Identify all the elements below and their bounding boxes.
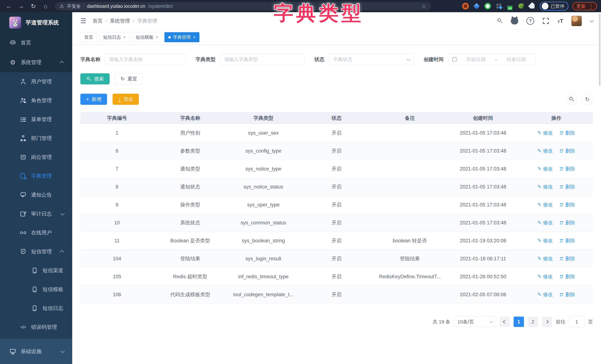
dict-name-input[interactable] (105, 54, 186, 65)
app-logo-row[interactable]: 🐰 芋道管理系统 (0, 12, 72, 33)
sidebar-item-error-code[interactable]: </> 错误码管理 (0, 318, 72, 337)
breadcrumb-system[interactable]: 系统管理 (110, 18, 130, 24)
edit-link[interactable]: ✎修改 (537, 255, 553, 262)
edit-link[interactable]: ✎修改 (537, 219, 553, 226)
status-select[interactable]: 字典状态 (329, 54, 414, 65)
forward-icon[interactable]: → (16, 3, 26, 10)
tab-home[interactable]: 首页 (80, 32, 97, 42)
font-size-icon[interactable]: TT (558, 18, 563, 24)
sidebar-item-menus[interactable]: 菜单管理 (0, 110, 72, 129)
sidebar-item-system[interactable]: ⚙ 系统管理 (0, 53, 72, 72)
refresh-table-button[interactable]: ↻ (582, 94, 593, 105)
edit-link[interactable]: ✎修改 (537, 165, 553, 172)
sidebar-item-dict[interactable]: 字典管理 (0, 167, 72, 185)
sidebar-item-sms[interactable]: 短信管理 (0, 242, 72, 261)
dict-type-link[interactable]: inf_redis_timeout_type (227, 268, 300, 286)
back-icon[interactable]: ← (4, 3, 14, 10)
sidebar-item-sms-template[interactable]: 短信模板 (0, 280, 72, 299)
not-secure-label[interactable]: 不安全 (67, 3, 81, 9)
search-icon[interactable] (497, 18, 503, 24)
edit-link[interactable]: ✎修改 (537, 183, 553, 190)
delete-link[interactable]: 删除 (559, 237, 575, 244)
sidebar-item-audit-log[interactable]: 审计日志 (0, 204, 72, 223)
tab-sms-template[interactable]: 短信模板 × (132, 32, 162, 42)
add-button[interactable]: + 新增 (80, 94, 107, 105)
extension-icon-grid[interactable] (495, 3, 502, 10)
dict-type-link[interactable]: sys_oper_type (227, 196, 300, 214)
edit-link[interactable]: ✎修改 (537, 202, 553, 208)
dict-type-link[interactable]: sys_user_sex (227, 124, 300, 142)
extension-icon-gem[interactable] (473, 3, 480, 10)
trash-icon (560, 185, 563, 189)
delete-link[interactable]: 删除 (559, 219, 575, 226)
date-range-picker[interactable]: 开始日期 ~ 结束日期 (448, 54, 535, 65)
toggle-search-button[interactable] (566, 94, 577, 105)
goto-page-input[interactable] (569, 316, 584, 327)
sidebar-collapse-icon[interactable]: ☰ (80, 17, 86, 25)
browser-update-button[interactable]: 更新 ⋮ (572, 2, 597, 10)
dict-type-link[interactable]: tool_codegen_template_t... (227, 286, 300, 304)
page-button-2[interactable]: 2 (528, 317, 538, 327)
close-icon[interactable]: × (156, 35, 158, 40)
dict-type-link[interactable]: sys_boolean_string (227, 232, 300, 250)
sidebar-item-users[interactable]: 用户管理 (0, 72, 72, 91)
browser-menu-icon[interactable]: ⋮ (588, 3, 594, 9)
dict-type-link[interactable]: sys_common_status (227, 214, 300, 232)
help-icon[interactable]: ? (526, 17, 534, 25)
sidebar-item-online-users[interactable]: 在线用户 (0, 223, 72, 242)
sidebar-item-sms-log[interactable]: 短信日志 (0, 299, 72, 318)
edit-link[interactable]: ✎修改 (537, 130, 553, 136)
extension-icon-orange[interactable] (462, 3, 469, 10)
sidebar-item-sms-channel[interactable]: 短信渠道 (0, 261, 72, 280)
sidebar-item-roles[interactable]: 角色管理 (0, 91, 72, 110)
extension-icon-leaf[interactable] (518, 3, 524, 10)
dict-type-link[interactable]: sys_notice_status (227, 178, 300, 196)
delete-link[interactable]: 删除 (559, 148, 575, 154)
address-bar[interactable]: ⚠ 不安全 dashboard.yudao.iocoder.cn/system/… (55, 2, 431, 10)
delete-link[interactable]: 删除 (559, 291, 575, 298)
sidebar-item-home[interactable]: 首页 (0, 33, 72, 53)
user-avatar[interactable] (571, 16, 582, 26)
dict-type-link[interactable]: sys_notice_type (227, 160, 300, 178)
dict-type-link[interactable]: sys_config_type (227, 142, 300, 160)
edit-link[interactable]: ✎修改 (537, 148, 553, 154)
next-page-button[interactable] (542, 317, 552, 327)
delete-link[interactable]: 删除 (559, 130, 575, 136)
extension-icon-on-badge[interactable] (506, 3, 513, 10)
delete-link[interactable]: 删除 (559, 202, 575, 208)
sidebar-item-posts[interactable]: 岗位管理 (0, 148, 72, 167)
search-button[interactable]: 搜索 (80, 73, 110, 84)
tab-sms-log[interactable]: 短信日志 × (99, 32, 130, 42)
page-button-1[interactable]: 1 (514, 317, 524, 327)
breadcrumb-home[interactable]: 首页 (93, 18, 103, 24)
export-button[interactable]: ↓ 导出 (113, 94, 139, 105)
edit-link[interactable]: ✎修改 (537, 237, 553, 244)
delete-link[interactable]: 删除 (559, 165, 575, 172)
sidebar-item-departments[interactable]: 部门管理 (0, 129, 72, 148)
close-icon[interactable]: × (123, 35, 126, 40)
scrollbar-thumb[interactable] (599, 14, 601, 86)
home-icon[interactable]: ⌂ (41, 3, 50, 10)
dict-type-link[interactable]: sys_login_result (227, 250, 300, 268)
extension-icon-green[interactable] (484, 3, 491, 10)
tab-dict[interactable]: 字典管理 × (164, 32, 200, 42)
reset-button[interactable]: ↻ 重置 (115, 73, 143, 84)
edit-link[interactable]: ✎修改 (537, 273, 553, 280)
edit-link[interactable]: ✎修改 (537, 291, 553, 298)
bookmark-star-icon[interactable]: ☆ (421, 3, 426, 10)
sidebar-item-notice[interactable]: 通知公告 (0, 185, 72, 204)
sidebar-item-infrastructure[interactable]: 基础设施 (0, 339, 72, 364)
chevron-down-icon[interactable] (590, 19, 594, 23)
delete-link[interactable]: 删除 (559, 255, 575, 262)
delete-link[interactable]: 删除 (559, 273, 575, 280)
delete-link[interactable]: 删除 (559, 183, 575, 190)
close-icon[interactable]: × (193, 35, 196, 40)
prev-page-button[interactable] (500, 317, 510, 327)
extensions-puzzle-icon[interactable] (529, 3, 536, 10)
github-icon[interactable] (511, 17, 518, 24)
profile-paused-badge[interactable]: 😀 已暂停 (540, 2, 568, 10)
page-size-select[interactable]: 10条/页 (454, 316, 496, 327)
reload-icon[interactable]: ↻ (29, 3, 38, 10)
fullscreen-icon[interactable] (542, 17, 549, 24)
dict-type-input[interactable] (220, 54, 304, 65)
